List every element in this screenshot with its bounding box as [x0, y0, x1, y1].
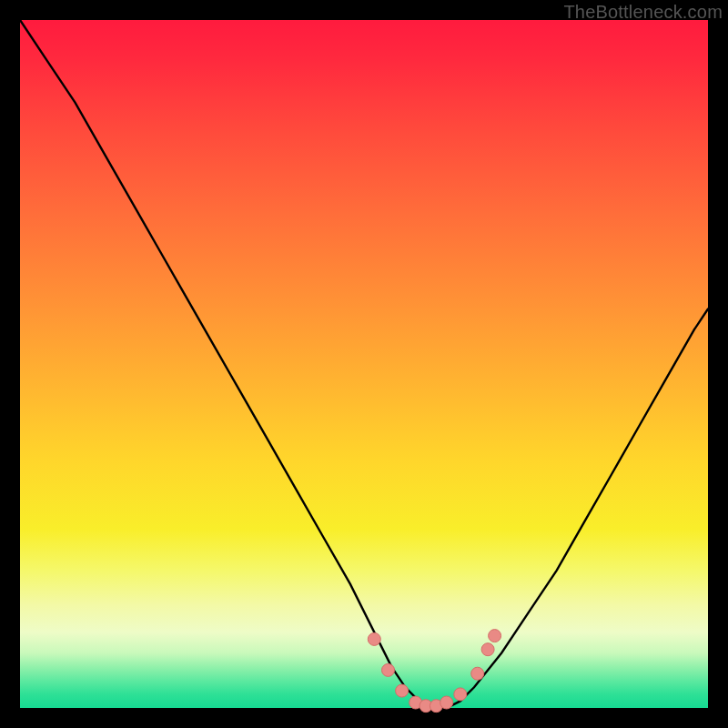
chart-svg [20, 20, 708, 708]
trough-markers [368, 630, 500, 713]
trough-marker [368, 632, 380, 645]
outer-frame: TheBottleneck.com [0, 0, 728, 728]
trough-marker [396, 684, 409, 697]
trough-marker [440, 696, 453, 709]
trough-marker [471, 667, 484, 680]
trough-marker [382, 663, 395, 676]
watermark-text: TheBottleneck.com [563, 2, 723, 23]
trough-marker [489, 630, 501, 642]
bottleneck-curve [20, 20, 708, 708]
trough-marker [454, 688, 467, 701]
trough-marker [481, 643, 494, 656]
plot-area [20, 20, 708, 708]
